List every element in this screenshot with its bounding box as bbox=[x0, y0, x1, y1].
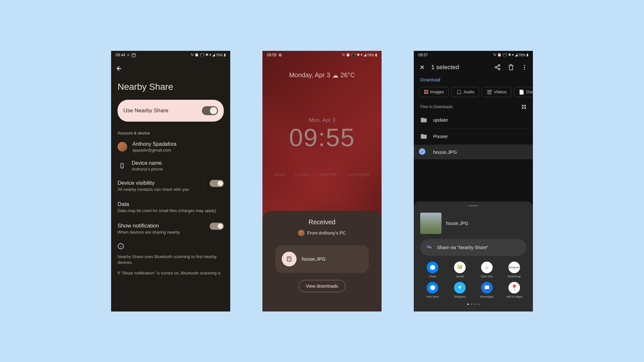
nearby-share-button[interactable]: Share via "Nearby Share" bbox=[420, 239, 526, 256]
nfc-icon: ℕ bbox=[493, 53, 496, 57]
city: London bbox=[295, 172, 309, 177]
avatar-icon bbox=[118, 142, 127, 152]
nearby-share-icon bbox=[426, 244, 432, 251]
folder-icon bbox=[420, 133, 427, 140]
data-row[interactable]: Data Data may be used for small files (c… bbox=[111, 197, 230, 218]
folder-item[interactable]: update bbox=[414, 112, 533, 128]
back-button[interactable] bbox=[111, 59, 230, 75]
status-bar: 09:44 ⌗ ℕ ⏰ 📳 ✱ ▾ ◢ 79% ▮ bbox=[111, 51, 230, 59]
ls-temp: 26°C bbox=[340, 71, 355, 79]
phone-icon bbox=[118, 163, 127, 169]
sheet-filename: house.JPG bbox=[446, 221, 468, 226]
app-messages[interactable]: Messages bbox=[475, 282, 499, 298]
chip-audio[interactable]: 🎧Audio bbox=[451, 87, 479, 97]
file-name: house.JPG bbox=[302, 256, 326, 262]
city: Seoul bbox=[274, 172, 285, 177]
phone-lockscreen-received: 09:55 ✿ ℕ ⏰ 📳 ✱ ▾ ◢ 78% ▮ Monday, Apr 3 … bbox=[262, 51, 382, 311]
drag-handle[interactable] bbox=[469, 205, 478, 206]
lockscreen-clock: 09:55 bbox=[262, 125, 382, 150]
lockscreen-date-short: Mon, Apr 3 bbox=[262, 117, 382, 124]
received-file-card[interactable]: house.JPG bbox=[275, 245, 369, 273]
dot bbox=[478, 303, 479, 305]
view-downloads-button[interactable]: View downloads bbox=[298, 280, 346, 292]
account-row[interactable]: Anthony Spadafora ajspadiv@gmail.com bbox=[111, 137, 230, 156]
status-time: 09:55 bbox=[267, 53, 277, 57]
breadcrumb[interactable]: Download bbox=[414, 75, 533, 87]
share-sheet: house.JPG Share via "Nearby Share" Chats… bbox=[414, 201, 533, 311]
chip-images[interactable]: 🖼Images bbox=[419, 87, 449, 97]
bluetooth-icon: ✱ bbox=[357, 53, 360, 57]
signal-icon: ◢ bbox=[212, 53, 215, 57]
folder-item[interactable]: Pixsee bbox=[414, 128, 533, 144]
toggle-label: Use Nearby Share bbox=[123, 107, 168, 114]
svg-point-7 bbox=[524, 65, 525, 66]
chip-videos[interactable]: 🎬Videos bbox=[482, 87, 512, 97]
file-item-selected[interactable]: ✓ house.JPG bbox=[414, 145, 533, 159]
device-value: Anthony's phone bbox=[132, 167, 224, 172]
battery-pct: 78% bbox=[518, 53, 526, 57]
dot bbox=[474, 303, 476, 305]
svg-rect-10 bbox=[522, 105, 524, 107]
battery-icon: ▮ bbox=[375, 53, 377, 57]
phone-file-manager-share: 09:57 ℕ ⏰ 📳 ✱ ▾ ◢ 78% ▮ 1 selected Downl… bbox=[414, 51, 533, 311]
visibility-title: Device visibility bbox=[118, 180, 200, 186]
selection-count: 1 selected bbox=[431, 64, 488, 71]
svg-point-8 bbox=[524, 67, 525, 68]
svg-rect-13 bbox=[524, 107, 526, 109]
app-your-story[interactable]: Your story bbox=[420, 282, 445, 298]
sender-avatar-icon bbox=[298, 230, 305, 236]
svg-point-6 bbox=[498, 68, 500, 70]
share-apps-grid: Chats MGmail ◆Sync Dev amazonStyleSnap Y… bbox=[414, 262, 533, 298]
slack-icon: ⌗ bbox=[127, 53, 129, 57]
grid-view-button[interactable] bbox=[521, 104, 526, 109]
app-chats[interactable]: Chats bbox=[420, 262, 445, 278]
calendar-icon bbox=[131, 53, 136, 57]
nfc-icon: ℕ bbox=[342, 53, 345, 57]
folder-name: update bbox=[433, 117, 448, 123]
data-sub: Data may be used for small files (charge… bbox=[118, 208, 224, 214]
status-time: 09:44 bbox=[116, 53, 125, 57]
chip-documents[interactable]: 📄Docum bbox=[514, 87, 533, 97]
visibility-switch[interactable] bbox=[210, 180, 224, 187]
device-visibility-row[interactable]: Device visibility All nearby contacts ca… bbox=[111, 175, 230, 197]
notif-switch[interactable] bbox=[210, 223, 224, 230]
gear-icon: ✿ bbox=[279, 53, 282, 57]
device-name-row[interactable]: Device name Anthony's phone bbox=[111, 156, 230, 175]
wifi-icon: ▾ bbox=[361, 53, 363, 57]
vibrate-icon: 📳 bbox=[200, 53, 204, 57]
info-text-1: Nearby Share uses Bluetooth scanning to … bbox=[111, 253, 230, 267]
divider bbox=[204, 181, 204, 191]
switch-on[interactable] bbox=[202, 106, 218, 115]
share-button[interactable] bbox=[494, 64, 501, 70]
phone-nearby-share-settings: 09:44 ⌗ ℕ ⏰ 📳 ✱ ▾ ◢ 79% ▮ Nearby Share U… bbox=[111, 51, 230, 311]
svg-rect-0 bbox=[132, 53, 136, 57]
vibrate-icon: 📳 bbox=[351, 53, 356, 57]
app-telegram[interactable]: Telegram bbox=[448, 282, 472, 298]
more-button[interactable] bbox=[521, 64, 528, 70]
nfc-icon: ℕ bbox=[191, 53, 194, 57]
archive-file-icon bbox=[282, 252, 297, 266]
selection-header: 1 selected bbox=[414, 59, 533, 75]
delete-button[interactable] bbox=[508, 64, 514, 70]
wifi-icon: ▾ bbox=[512, 53, 514, 57]
account-name: Anthony Spadafora bbox=[132, 141, 224, 147]
folder-icon bbox=[420, 116, 427, 124]
file-name: house.JPG bbox=[433, 149, 457, 155]
app-maps[interactable]: 📍Add to Maps bbox=[502, 282, 527, 298]
file-thumbnail bbox=[420, 213, 441, 234]
page-title: Nearby Share bbox=[111, 75, 230, 100]
app-stylesnap[interactable]: amazonStyleSnap bbox=[502, 262, 527, 278]
battery-icon: ▮ bbox=[224, 53, 226, 57]
show-notification-row[interactable]: Show notification When devices are shari… bbox=[111, 218, 230, 240]
folder-name: Pixsee bbox=[433, 134, 448, 139]
dot bbox=[467, 303, 469, 305]
close-button[interactable] bbox=[419, 64, 425, 70]
received-title: Received bbox=[269, 218, 375, 226]
page-indicator bbox=[414, 303, 533, 305]
app-gmail[interactable]: MGmail bbox=[448, 262, 472, 278]
alarm-icon: ⏰ bbox=[346, 53, 350, 57]
filter-chips: 🖼Images 🎧Audio 🎬Videos 📄Docum bbox=[414, 87, 533, 101]
use-nearby-share-toggle[interactable]: Use Nearby Share bbox=[118, 100, 224, 122]
app-sync-dev[interactable]: ◆Sync Dev bbox=[475, 262, 499, 278]
check-icon: ✓ bbox=[419, 148, 425, 155]
